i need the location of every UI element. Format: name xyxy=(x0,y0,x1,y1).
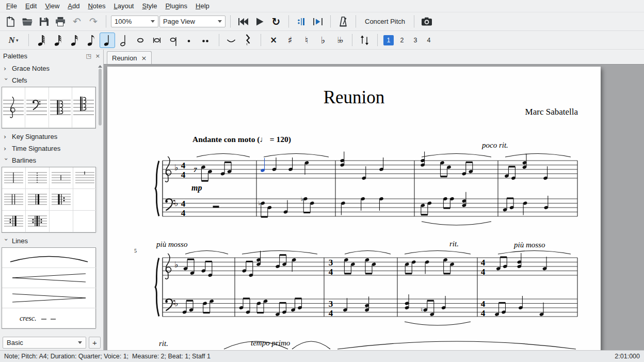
end-repeat-barline-item[interactable] xyxy=(2,211,25,232)
save-button[interactable] xyxy=(36,14,52,29)
voice-1-button[interactable]: 1 xyxy=(383,35,394,45)
undo-button[interactable]: ↶ xyxy=(69,14,85,29)
concert-pitch-button[interactable]: Concert Pitch xyxy=(361,15,409,27)
flat-button[interactable]: ♭ xyxy=(315,33,331,48)
quarter-note-button[interactable] xyxy=(100,33,115,48)
menu-help[interactable]: Help xyxy=(191,1,214,11)
64th-note-button[interactable] xyxy=(34,33,49,48)
rest-button[interactable] xyxy=(240,33,256,48)
treble-clef-item[interactable] xyxy=(2,87,25,128)
score-page[interactable]: ReunionMarc SabatellaAndante con moto (♩… xyxy=(107,67,601,350)
alto-clef-item[interactable] xyxy=(49,87,72,128)
crescendo-hairpin-item[interactable] xyxy=(2,268,96,288)
32nd-note-button[interactable] xyxy=(50,33,66,48)
menu-plugins[interactable]: Plugins xyxy=(161,1,191,11)
play-button[interactable] xyxy=(252,14,267,29)
tenor-clef-cell[interactable] xyxy=(72,87,95,128)
view-mode-select[interactable]: Page View xyxy=(159,15,226,27)
note-input-button[interactable]: N▾ xyxy=(3,33,24,48)
voice-2-button[interactable]: 2 xyxy=(397,35,407,45)
bass-clef-cell[interactable] xyxy=(25,87,49,128)
short-barline-cell[interactable] xyxy=(50,167,73,189)
menu-style[interactable]: Style xyxy=(138,1,161,11)
metronome-button[interactable] xyxy=(335,14,351,29)
pan-score-button[interactable] xyxy=(310,14,326,29)
new-score-button[interactable] xyxy=(3,14,19,29)
normal-barline-cell[interactable] xyxy=(2,167,26,189)
16th-note-button[interactable] xyxy=(67,33,82,48)
redo-button[interactable]: ↷ xyxy=(86,14,101,29)
slur-cell[interactable] xyxy=(2,248,96,268)
end-start-repeat-barline-cell[interactable] xyxy=(26,211,50,232)
loop-playback-button[interactable]: ↻ xyxy=(268,14,284,29)
tab-reunion[interactable]: Reunion× xyxy=(107,51,152,64)
workspace-select[interactable]: Basic xyxy=(3,337,86,349)
augmentation-dot-button[interactable] xyxy=(182,33,198,48)
final-barline-item[interactable] xyxy=(26,189,49,210)
palette-item-lines[interactable]: ›Lines xyxy=(0,235,97,247)
palette-item-clefs[interactable]: ›Clefs xyxy=(0,74,97,86)
tick-barline-cell[interactable] xyxy=(73,167,97,189)
double-dot-button[interactable] xyxy=(199,33,214,48)
natural-button[interactable]: ♮ xyxy=(299,33,314,48)
dashed-barline-cell[interactable] xyxy=(26,167,50,189)
scroll-up-arrow-icon[interactable] xyxy=(98,65,102,68)
end-start-repeat-barline-item[interactable] xyxy=(26,211,49,232)
cresc-line-item[interactable]: cresc. xyxy=(2,308,96,328)
voice-3-button[interactable]: 3 xyxy=(410,35,421,45)
double-sharp-button[interactable]: × xyxy=(266,33,281,48)
menu-edit[interactable]: Edit xyxy=(21,1,41,11)
decrescendo-hairpin-item[interactable] xyxy=(2,288,96,308)
sharp-button[interactable]: ♯ xyxy=(282,33,298,48)
close-panel-button[interactable]: × xyxy=(95,53,100,59)
menu-notes[interactable]: Notes xyxy=(84,1,109,11)
alto-clef-cell[interactable] xyxy=(49,87,72,128)
scrollbar-thumb[interactable] xyxy=(99,69,102,125)
longa-button[interactable] xyxy=(166,33,181,48)
tab-close-icon[interactable]: × xyxy=(141,54,147,62)
half-note-button[interactable] xyxy=(116,33,132,48)
voice-4-button[interactable]: 4 xyxy=(424,35,434,45)
menu-layout[interactable]: Layout xyxy=(109,1,138,11)
bass-clef-item[interactable] xyxy=(25,87,48,128)
rewind-button[interactable] xyxy=(235,14,251,29)
menu-add[interactable]: Add xyxy=(63,1,84,11)
float-panel-button[interactable]: ◳ xyxy=(86,53,91,59)
start-repeat-barline-cell[interactable] xyxy=(50,189,73,211)
slur-item[interactable] xyxy=(2,248,96,267)
double-flat-button[interactable]: ♭♭ xyxy=(332,33,347,48)
score-canvas[interactable]: ReunionMarc SabatellaAndante con moto (♩… xyxy=(104,65,644,350)
menu-file[interactable]: File xyxy=(2,1,21,11)
add-workspace-button[interactable]: + xyxy=(89,337,101,349)
crescendo-hairpin-cell[interactable] xyxy=(2,268,96,288)
eighth-note-button[interactable] xyxy=(83,33,99,48)
treble-clef-cell[interactable] xyxy=(2,87,25,128)
double-barline-item[interactable] xyxy=(2,189,25,210)
tenor-clef-item[interactable] xyxy=(72,87,95,128)
normal-barline-item[interactable] xyxy=(2,167,25,188)
tick-barline-item[interactable] xyxy=(73,167,96,188)
zoom-select[interactable]: 100% xyxy=(111,15,158,27)
cresc-line-cell[interactable]: cresc. xyxy=(2,308,96,328)
menu-view[interactable]: View xyxy=(41,1,63,11)
palette-scrollbar[interactable] xyxy=(98,64,103,334)
palette-item-key-signatures[interactable]: ›Key Signatures xyxy=(0,131,97,143)
image-capture-button[interactable] xyxy=(419,14,434,29)
palette-item-grace-notes[interactable]: ›Grace Notes xyxy=(0,62,97,74)
tie-button[interactable] xyxy=(224,33,239,48)
print-button[interactable] xyxy=(53,14,68,29)
final-barline-cell[interactable] xyxy=(26,189,50,211)
breve-button[interactable] xyxy=(149,33,165,48)
decrescendo-hairpin-cell[interactable] xyxy=(2,288,96,308)
flip-direction-button[interactable] xyxy=(357,33,373,48)
whole-note-button[interactable] xyxy=(133,33,148,48)
end-repeat-barline-cell[interactable] xyxy=(2,211,26,232)
grand-staff-system-1[interactable]: ♭♭44447♭♭ xyxy=(107,144,601,234)
start-repeat-barline-item[interactable] xyxy=(50,189,73,210)
palette-item-time-signatures[interactable]: ›Time Signatures xyxy=(0,143,97,154)
dashed-barline-item[interactable] xyxy=(26,167,49,188)
open-button[interactable] xyxy=(20,14,35,29)
palette-item-barlines[interactable]: ›Barlines xyxy=(0,154,97,166)
short-barline-item[interactable] xyxy=(50,167,73,188)
play-repeats-button[interactable] xyxy=(294,14,309,29)
